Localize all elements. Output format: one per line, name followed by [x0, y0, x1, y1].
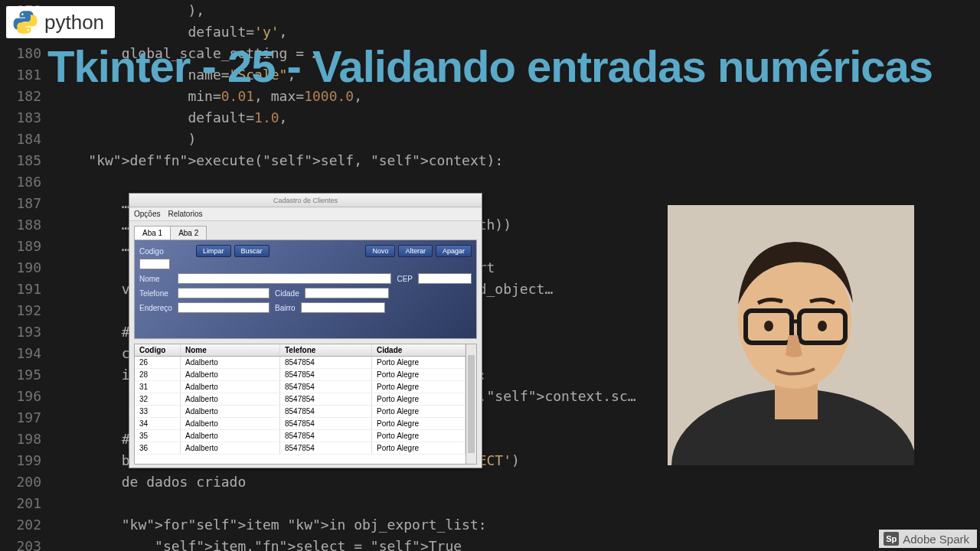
- table-row[interactable]: 33Adalberto8547854Porto Alegre: [135, 406, 466, 418]
- label-cep: CEP: [394, 275, 415, 283]
- input-bairro[interactable]: [301, 302, 385, 313]
- table-row[interactable]: 26Adalberto8547854Porto Alegre: [135, 357, 466, 369]
- table-row[interactable]: 28Adalberto8547854Porto Alegre: [135, 369, 466, 381]
- table-row[interactable]: 35Adalberto8547854Porto Alegre: [135, 430, 466, 442]
- btn-apagar[interactable]: Apagar: [436, 245, 472, 257]
- label-cidade: Cidade: [273, 289, 302, 298]
- menu-relatorios[interactable]: Relatorios: [168, 207, 202, 220]
- presenter-photo: [668, 205, 914, 465]
- python-badge: python: [6, 6, 115, 38]
- form-panel: Codigo Limpar Buscar Novo Alterar Apagar…: [134, 240, 477, 339]
- btn-buscar[interactable]: Buscar: [234, 245, 270, 257]
- input-codigo[interactable]: [139, 259, 170, 269]
- col-cidade[interactable]: Cidade: [372, 344, 466, 356]
- table-row[interactable]: 32Adalberto8547854Porto Alegre: [135, 393, 466, 406]
- table-row[interactable]: 36Adalberto8547854Porto Alegre: [135, 442, 466, 455]
- btn-novo[interactable]: Novo: [365, 245, 395, 257]
- btn-alterar[interactable]: Alterar: [398, 245, 433, 257]
- menubar: Opções Relatorios: [129, 207, 482, 221]
- table-header: Codigo Nome Telefone Cidade: [135, 344, 466, 357]
- svg-point-7: [764, 321, 773, 331]
- video-title: Tkinter - 25 - Validando entradas numéri…: [0, 41, 980, 93]
- svg-point-8: [818, 321, 827, 331]
- label-endereco: Endereço: [139, 304, 175, 312]
- label-codigo: Codigo: [139, 247, 175, 256]
- data-grid: Codigo Nome Telefone Cidade 26Adalberto8…: [134, 344, 477, 465]
- input-cidade[interactable]: [305, 288, 389, 298]
- tab-strip: Aba 1 Aba 2: [134, 226, 477, 240]
- spark-label: Adobe Spark: [903, 533, 969, 546]
- tkinter-window: Cadastro de Clientes Opções Relatorios A…: [129, 193, 482, 468]
- table-row[interactable]: 31Adalberto8547854Porto Alegre: [135, 381, 466, 393]
- label-bairro: Bairro: [273, 304, 298, 312]
- tab-aba1[interactable]: Aba 1: [134, 226, 171, 240]
- tab-aba2[interactable]: Aba 2: [170, 226, 207, 240]
- scrollbar-vertical[interactable]: [466, 344, 476, 464]
- input-telefone[interactable]: [178, 288, 270, 298]
- spark-icon: Sp: [884, 532, 899, 546]
- window-titlebar[interactable]: Cadastro de Clientes: [129, 194, 482, 207]
- col-codigo[interactable]: Codigo: [135, 344, 181, 356]
- label-nome: Nome: [139, 275, 175, 283]
- input-cep[interactable]: [418, 273, 472, 284]
- table-row[interactable]: 34Adalberto8547854Porto Alegre: [135, 418, 466, 430]
- input-endereco[interactable]: [178, 302, 270, 313]
- menu-opcoes[interactable]: Opções: [134, 207, 160, 220]
- label-telefone: Telefone: [139, 289, 175, 298]
- col-nome[interactable]: Nome: [181, 344, 280, 356]
- col-telefone[interactable]: Telefone: [280, 344, 372, 356]
- btn-limpar[interactable]: Limpar: [196, 245, 231, 257]
- input-nome[interactable]: [178, 273, 391, 284]
- adobe-spark-watermark: Sp Adobe Spark: [879, 530, 977, 548]
- python-icon: [12, 9, 38, 35]
- python-badge-label: python: [44, 11, 104, 34]
